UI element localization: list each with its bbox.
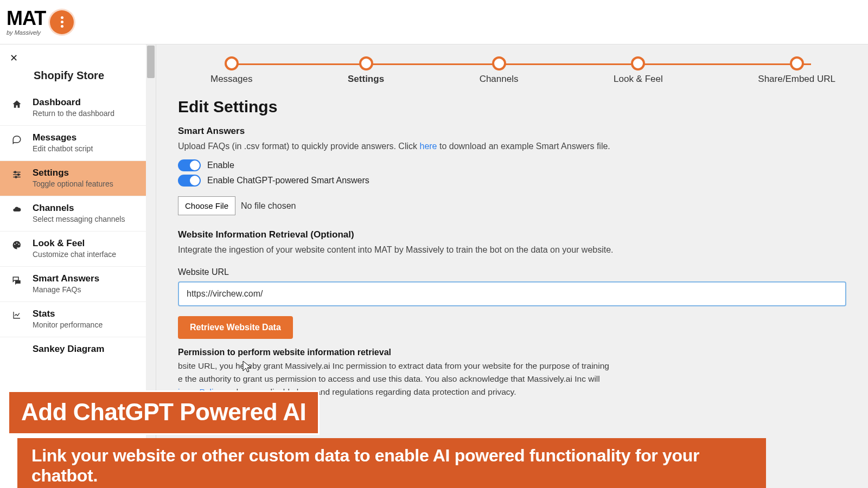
- perm-line: bsite URL, you hereby grant Massively.ai…: [178, 361, 609, 370]
- sidebar-item-look-feel[interactable]: Look & Feel Customize chat interface: [0, 232, 156, 267]
- smart-answers-desc: Upload FAQs (in .csv format) to quickly …: [178, 140, 846, 153]
- svg-point-0: [15, 171, 16, 173]
- website-url-label: Website URL: [178, 267, 846, 277]
- step-label: Settings: [348, 74, 384, 85]
- step-channels[interactable]: Channels: [480, 56, 519, 85]
- sidebar-item-label: Stats: [33, 309, 103, 319]
- stepper: Messages Settings Channels Look & Feel S…: [156, 56, 868, 94]
- website-retrieval-heading: Website Information Retrieval (Optional): [178, 229, 846, 240]
- step-messages[interactable]: Messages: [210, 56, 252, 85]
- step-label: Share/Embed URL: [758, 74, 835, 85]
- logo-badge: [50, 10, 74, 34]
- scrollbar-thumb[interactable]: [147, 46, 155, 78]
- sidebar-item-sub: Monitor performance: [33, 320, 103, 329]
- svg-point-3: [14, 243, 15, 245]
- desc-text: to download an example Smart Answers fil…: [437, 142, 610, 151]
- svg-point-2: [15, 176, 17, 178]
- sidebar-item-sub: Select messaging channels: [33, 215, 125, 223]
- sidebar-item-sub: Manage FAQs: [33, 285, 99, 294]
- choose-file-button[interactable]: Choose File: [178, 196, 235, 215]
- step-label: Channels: [480, 74, 519, 85]
- desc-text: Upload FAQs (in .csv format) to quickly …: [178, 142, 419, 151]
- logo-text: MAT: [7, 9, 46, 28]
- svg-point-4: [16, 242, 17, 243]
- step-circle: [225, 56, 239, 70]
- page-title: Edit Settings: [178, 98, 846, 116]
- step-circle: [631, 56, 645, 70]
- sidebar-item-sankey[interactable]: Sankey Diagram: [0, 337, 156, 362]
- step-label: Look & Feel: [614, 74, 663, 85]
- sidebar-item-sub: Edit chatbot script: [33, 144, 93, 153]
- enable-chatgpt-label: Enable ChatGPT-powered Smart Answers: [207, 176, 369, 185]
- overlay-banner-sub: Link your website or other custom data t…: [17, 438, 766, 488]
- qa-icon: [10, 275, 24, 285]
- step-look-feel[interactable]: Look & Feel: [614, 56, 663, 85]
- sidebar-item-sub: Toggle optional features: [33, 179, 113, 188]
- smart-answers-heading: Smart Answers: [178, 126, 846, 137]
- sidebar-item-sub: Customize chat interface: [33, 250, 116, 259]
- sidebar-item-dashboard[interactable]: Dashboard Return to the dashboard: [0, 91, 156, 126]
- sidebar-item-messages[interactable]: Messages Edit chatbot script: [0, 126, 156, 161]
- stepper-line: [229, 63, 811, 65]
- sidebar-item-smart-answers[interactable]: Smart Answers Manage FAQs: [0, 267, 156, 302]
- sidebar-item-channels[interactable]: Channels Select messaging channels: [0, 196, 156, 232]
- retrieve-website-button[interactable]: Retrieve Website Data: [178, 316, 293, 339]
- close-icon[interactable]: ✕: [0, 44, 156, 64]
- sidebar-item-label: Dashboard: [33, 97, 114, 108]
- enable-label: Enable: [207, 160, 234, 170]
- sidebar-item-label: Sankey Diagram: [33, 344, 104, 355]
- enable-toggle[interactable]: [178, 159, 201, 171]
- sliders-icon: [10, 170, 24, 179]
- chart-icon: [10, 311, 24, 319]
- download-example-link[interactable]: here: [419, 142, 437, 151]
- app-header: MAT by Massively: [0, 0, 868, 44]
- sidebar-item-sub: Return to the dashboard: [33, 109, 114, 118]
- logo: MAT by Massively: [7, 9, 74, 36]
- file-status: No file chosen: [241, 201, 296, 211]
- home-icon: [10, 99, 24, 109]
- sidebar-item-label: Look & Feel: [33, 238, 116, 249]
- logo-subtext: by Massively: [7, 29, 46, 36]
- sidebar-item-stats[interactable]: Stats Monitor performance: [0, 302, 156, 337]
- overlay-banner-title: Add ChatGPT Powered AI: [8, 390, 320, 435]
- sidebar-item-label: Settings: [33, 168, 113, 178]
- sidebar-item-label: Channels: [33, 203, 125, 214]
- store-title: Shopify Store: [0, 64, 156, 91]
- step-circle: [359, 56, 373, 70]
- chat-icon: [10, 134, 24, 144]
- step-circle: [492, 56, 506, 70]
- sidebar-item-label: Messages: [33, 132, 93, 143]
- svg-point-5: [18, 243, 20, 245]
- paint-icon: [10, 240, 24, 250]
- step-share[interactable]: Share/Embed URL: [758, 56, 835, 85]
- sidebar-item-label: Smart Answers: [33, 273, 99, 284]
- sidebar-item-settings[interactable]: Settings Toggle optional features: [0, 161, 156, 196]
- cloud-icon: [10, 205, 24, 214]
- svg-point-1: [18, 174, 20, 176]
- step-settings[interactable]: Settings: [348, 56, 384, 85]
- website-retrieval-desc: Integrate the ingestion of your website …: [178, 243, 846, 256]
- website-url-input[interactable]: [178, 281, 846, 306]
- step-label: Messages: [210, 74, 252, 85]
- permission-heading: Permission to perform website informatio…: [178, 348, 846, 357]
- perm-line: e the authority to grant us permission t…: [178, 374, 600, 383]
- step-circle: [790, 56, 804, 70]
- enable-chatgpt-toggle[interactable]: [178, 175, 201, 187]
